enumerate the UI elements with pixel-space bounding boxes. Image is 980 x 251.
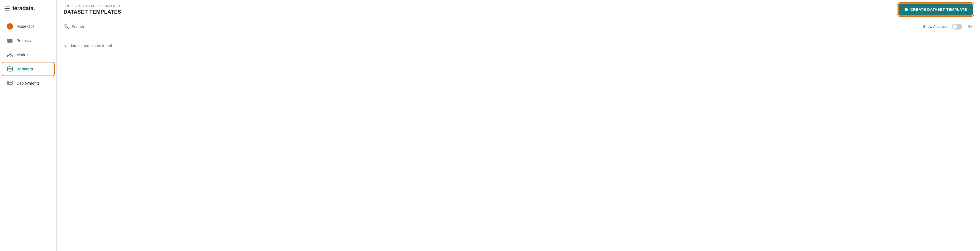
toggle-thumb: [953, 24, 957, 29]
top-header: PROJECTS › DATASET TEMPLATES DATASET TEM…: [57, 0, 980, 19]
sidebar-item-datasets-label: Datasets: [16, 67, 33, 71]
content-area: No dataset templates found: [57, 34, 980, 251]
main-content: PROJECTS › DATASET TEMPLATES DATASET TEM…: [57, 0, 980, 251]
svg-line-3: [8, 54, 10, 55]
svg-point-0: [9, 53, 11, 54]
breadcrumb: PROJECTS › DATASET TEMPLATES: [64, 4, 121, 8]
sidebar-item-projects-label: Projects: [16, 38, 31, 43]
breadcrumb-projects-link[interactable]: PROJECTS: [64, 4, 81, 8]
svg-point-1: [7, 55, 9, 57]
sidebar-item-datasets[interactable]: Datasets: [2, 62, 54, 75]
sidebar-item-models-label: Models: [16, 53, 29, 57]
sidebar-item-deployments[interactable]: Deployments: [2, 77, 54, 90]
svg-point-2: [11, 55, 13, 57]
toolbar-right: Show Archived ↻: [923, 22, 973, 31]
sidebar-item-modelops-label: ModelOps: [16, 24, 35, 29]
create-button-label: CREATE DATASET TEMPLATE: [910, 7, 967, 12]
models-icon: [7, 52, 13, 58]
sidebar-item-modelops[interactable]: t ModelOps: [2, 20, 54, 33]
show-archived-label: Show Archived: [923, 24, 947, 29]
toggle-track: [952, 24, 962, 30]
breadcrumb-separator: ›: [83, 4, 84, 8]
refresh-button[interactable]: ↻: [967, 22, 973, 31]
breadcrumb-current: DATASET TEMPLATES: [86, 4, 121, 8]
create-dataset-template-button[interactable]: ⊕ CREATE DATASET TEMPLATE: [898, 3, 973, 16]
sidebar-item-deployments-label: Deployments: [16, 81, 40, 85]
search-box: 🔍: [64, 22, 128, 31]
datasets-icon: [7, 66, 13, 72]
svg-line-4: [10, 54, 12, 55]
search-icon: 🔍: [64, 24, 69, 29]
toolbar: 🔍 Show Archived ↻: [57, 19, 980, 34]
sidebar-nav: t ModelOps Projects: [0, 17, 56, 251]
svg-point-5: [7, 67, 13, 69]
sidebar-item-models[interactable]: Models: [2, 48, 54, 61]
modelops-avatar: t: [7, 23, 13, 30]
svg-point-9: [8, 83, 9, 84]
empty-state-message: No dataset templates found: [64, 41, 973, 50]
sidebar: teradata. t ModelOps Projects: [0, 0, 57, 251]
show-archived-toggle[interactable]: [952, 24, 962, 30]
svg-point-8: [8, 82, 9, 82]
search-input[interactable]: [72, 24, 128, 29]
deployments-icon: [7, 80, 13, 86]
refresh-icon: ↻: [968, 24, 972, 30]
logo: teradata.: [13, 5, 35, 12]
sidebar-header: teradata.: [0, 0, 56, 17]
plus-icon: ⊕: [904, 7, 908, 12]
breadcrumb-area: PROJECTS › DATASET TEMPLATES DATASET TEM…: [64, 4, 121, 15]
page-title: DATASET TEMPLATES: [64, 9, 121, 15]
sidebar-item-projects[interactable]: Projects: [2, 34, 54, 47]
folder-icon: [7, 37, 13, 44]
hamburger-menu-icon[interactable]: [5, 6, 10, 11]
